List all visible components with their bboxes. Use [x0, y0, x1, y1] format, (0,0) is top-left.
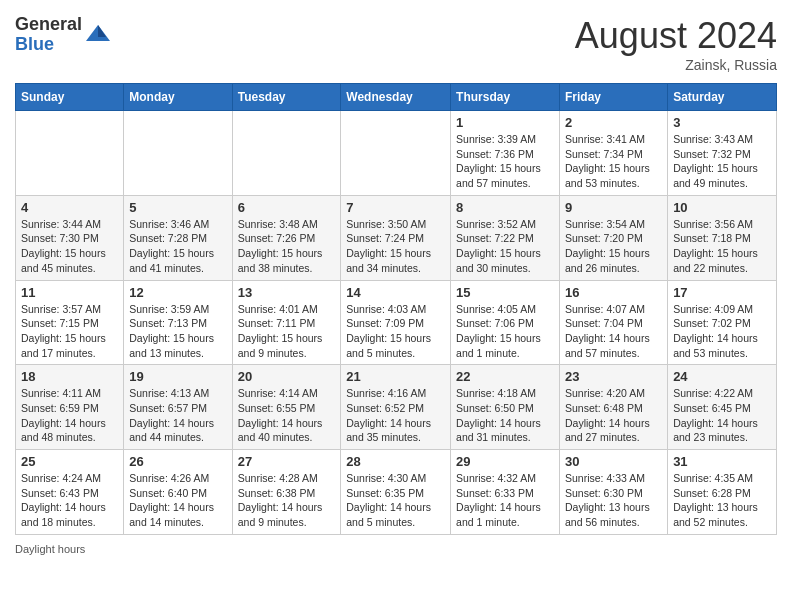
day-number: 20: [238, 369, 336, 384]
calendar-cell: 19Sunrise: 4:13 AMSunset: 6:57 PMDayligh…: [124, 365, 232, 450]
calendar-cell: 20Sunrise: 4:14 AMSunset: 6:55 PMDayligh…: [232, 365, 341, 450]
day-detail: Sunrise: 4:07 AMSunset: 7:04 PMDaylight:…: [565, 302, 662, 361]
header-day-saturday: Saturday: [668, 84, 777, 111]
day-detail: Sunrise: 4:28 AMSunset: 6:38 PMDaylight:…: [238, 471, 336, 530]
calendar-cell: 22Sunrise: 4:18 AMSunset: 6:50 PMDayligh…: [451, 365, 560, 450]
calendar-cell: 25Sunrise: 4:24 AMSunset: 6:43 PMDayligh…: [16, 450, 124, 535]
day-number: 8: [456, 200, 554, 215]
calendar-cell: [232, 111, 341, 196]
day-number: 21: [346, 369, 445, 384]
calendar-cell: 3Sunrise: 3:43 AMSunset: 7:32 PMDaylight…: [668, 111, 777, 196]
calendar-body: 1Sunrise: 3:39 AMSunset: 7:36 PMDaylight…: [16, 111, 777, 535]
day-number: 14: [346, 285, 445, 300]
header-day-monday: Monday: [124, 84, 232, 111]
calendar-cell: 8Sunrise: 3:52 AMSunset: 7:22 PMDaylight…: [451, 195, 560, 280]
day-detail: Sunrise: 4:22 AMSunset: 6:45 PMDaylight:…: [673, 386, 771, 445]
title-block: August 2024 Zainsk, Russia: [575, 15, 777, 73]
day-number: 15: [456, 285, 554, 300]
day-number: 11: [21, 285, 118, 300]
day-detail: Sunrise: 3:54 AMSunset: 7:20 PMDaylight:…: [565, 217, 662, 276]
day-detail: Sunrise: 3:41 AMSunset: 7:34 PMDaylight:…: [565, 132, 662, 191]
calendar-cell: 26Sunrise: 4:26 AMSunset: 6:40 PMDayligh…: [124, 450, 232, 535]
day-detail: Sunrise: 4:35 AMSunset: 6:28 PMDaylight:…: [673, 471, 771, 530]
week-row-1: 1Sunrise: 3:39 AMSunset: 7:36 PMDaylight…: [16, 111, 777, 196]
day-detail: Sunrise: 4:18 AMSunset: 6:50 PMDaylight:…: [456, 386, 554, 445]
day-number: 2: [565, 115, 662, 130]
week-row-5: 25Sunrise: 4:24 AMSunset: 6:43 PMDayligh…: [16, 450, 777, 535]
day-detail: Sunrise: 4:24 AMSunset: 6:43 PMDaylight:…: [21, 471, 118, 530]
day-detail: Sunrise: 4:01 AMSunset: 7:11 PMDaylight:…: [238, 302, 336, 361]
calendar-cell: 21Sunrise: 4:16 AMSunset: 6:52 PMDayligh…: [341, 365, 451, 450]
day-number: 12: [129, 285, 226, 300]
header-day-thursday: Thursday: [451, 84, 560, 111]
day-detail: Sunrise: 4:11 AMSunset: 6:59 PMDaylight:…: [21, 386, 118, 445]
day-number: 16: [565, 285, 662, 300]
day-number: 22: [456, 369, 554, 384]
day-number: 23: [565, 369, 662, 384]
day-detail: Sunrise: 4:20 AMSunset: 6:48 PMDaylight:…: [565, 386, 662, 445]
calendar-cell: 28Sunrise: 4:30 AMSunset: 6:35 PMDayligh…: [341, 450, 451, 535]
calendar-cell: 11Sunrise: 3:57 AMSunset: 7:15 PMDayligh…: [16, 280, 124, 365]
day-detail: Sunrise: 4:16 AMSunset: 6:52 PMDaylight:…: [346, 386, 445, 445]
calendar-cell: 14Sunrise: 4:03 AMSunset: 7:09 PMDayligh…: [341, 280, 451, 365]
day-number: 13: [238, 285, 336, 300]
day-number: 30: [565, 454, 662, 469]
header-day-tuesday: Tuesday: [232, 84, 341, 111]
day-detail: Sunrise: 4:26 AMSunset: 6:40 PMDaylight:…: [129, 471, 226, 530]
day-number: 18: [21, 369, 118, 384]
day-detail: Sunrise: 3:39 AMSunset: 7:36 PMDaylight:…: [456, 132, 554, 191]
day-detail: Sunrise: 3:43 AMSunset: 7:32 PMDaylight:…: [673, 132, 771, 191]
calendar-table: SundayMondayTuesdayWednesdayThursdayFrid…: [15, 83, 777, 535]
location: Zainsk, Russia: [575, 57, 777, 73]
calendar-cell: 29Sunrise: 4:32 AMSunset: 6:33 PMDayligh…: [451, 450, 560, 535]
day-detail: Sunrise: 4:32 AMSunset: 6:33 PMDaylight:…: [456, 471, 554, 530]
calendar-cell: 15Sunrise: 4:05 AMSunset: 7:06 PMDayligh…: [451, 280, 560, 365]
day-detail: Sunrise: 3:56 AMSunset: 7:18 PMDaylight:…: [673, 217, 771, 276]
day-detail: Sunrise: 4:14 AMSunset: 6:55 PMDaylight:…: [238, 386, 336, 445]
day-number: 29: [456, 454, 554, 469]
day-number: 10: [673, 200, 771, 215]
day-detail: Sunrise: 3:48 AMSunset: 7:26 PMDaylight:…: [238, 217, 336, 276]
calendar-cell: 4Sunrise: 3:44 AMSunset: 7:30 PMDaylight…: [16, 195, 124, 280]
calendar-cell: 27Sunrise: 4:28 AMSunset: 6:38 PMDayligh…: [232, 450, 341, 535]
day-detail: Sunrise: 4:13 AMSunset: 6:57 PMDaylight:…: [129, 386, 226, 445]
week-row-3: 11Sunrise: 3:57 AMSunset: 7:15 PMDayligh…: [16, 280, 777, 365]
day-number: 4: [21, 200, 118, 215]
day-detail: Sunrise: 4:30 AMSunset: 6:35 PMDaylight:…: [346, 471, 445, 530]
page-header: GeneralBlue August 2024 Zainsk, Russia: [15, 15, 777, 73]
day-number: 5: [129, 200, 226, 215]
logo: GeneralBlue: [15, 15, 112, 55]
day-number: 26: [129, 454, 226, 469]
calendar-cell: 10Sunrise: 3:56 AMSunset: 7:18 PMDayligh…: [668, 195, 777, 280]
calendar-cell: 9Sunrise: 3:54 AMSunset: 7:20 PMDaylight…: [560, 195, 668, 280]
day-detail: Sunrise: 3:50 AMSunset: 7:24 PMDaylight:…: [346, 217, 445, 276]
calendar-cell: 5Sunrise: 3:46 AMSunset: 7:28 PMDaylight…: [124, 195, 232, 280]
day-number: 28: [346, 454, 445, 469]
calendar-cell: [124, 111, 232, 196]
day-detail: Sunrise: 3:44 AMSunset: 7:30 PMDaylight:…: [21, 217, 118, 276]
day-number: 31: [673, 454, 771, 469]
logo-icon: [84, 21, 112, 49]
calendar-cell: 13Sunrise: 4:01 AMSunset: 7:11 PMDayligh…: [232, 280, 341, 365]
header-day-friday: Friday: [560, 84, 668, 111]
calendar-cell: 12Sunrise: 3:59 AMSunset: 7:13 PMDayligh…: [124, 280, 232, 365]
day-number: 24: [673, 369, 771, 384]
logo-general: GeneralBlue: [15, 14, 82, 54]
header-day-sunday: Sunday: [16, 84, 124, 111]
week-row-4: 18Sunrise: 4:11 AMSunset: 6:59 PMDayligh…: [16, 365, 777, 450]
day-detail: Sunrise: 3:46 AMSunset: 7:28 PMDaylight:…: [129, 217, 226, 276]
day-detail: Sunrise: 3:52 AMSunset: 7:22 PMDaylight:…: [456, 217, 554, 276]
calendar-cell: 6Sunrise: 3:48 AMSunset: 7:26 PMDaylight…: [232, 195, 341, 280]
calendar-cell: 30Sunrise: 4:33 AMSunset: 6:30 PMDayligh…: [560, 450, 668, 535]
calendar-cell: [341, 111, 451, 196]
day-number: 6: [238, 200, 336, 215]
day-number: 17: [673, 285, 771, 300]
calendar-cell: 7Sunrise: 3:50 AMSunset: 7:24 PMDaylight…: [341, 195, 451, 280]
day-number: 19: [129, 369, 226, 384]
month-year: August 2024: [575, 15, 777, 57]
calendar-cell: [16, 111, 124, 196]
calendar-cell: 1Sunrise: 3:39 AMSunset: 7:36 PMDaylight…: [451, 111, 560, 196]
day-number: 25: [21, 454, 118, 469]
header-day-wednesday: Wednesday: [341, 84, 451, 111]
day-number: 3: [673, 115, 771, 130]
